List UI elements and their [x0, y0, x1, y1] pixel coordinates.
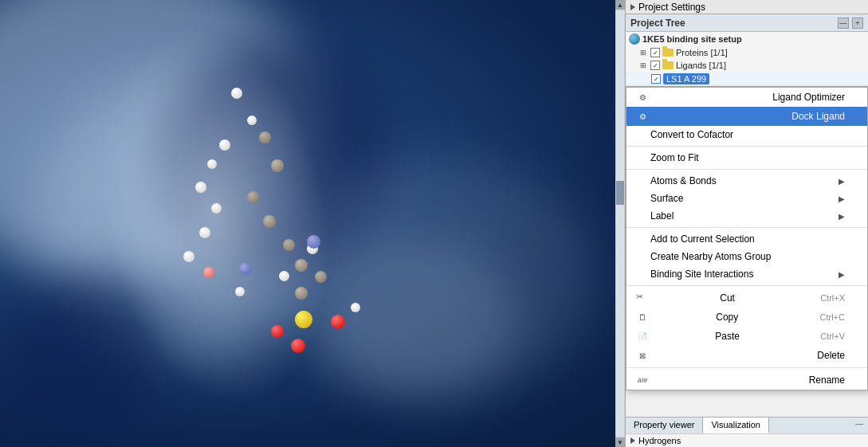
- proteins-expander[interactable]: ⊞: [638, 48, 648, 57]
- project-settings-label: Project Settings: [638, 2, 705, 13]
- root-item-label: 1KE5 binding site setup: [642, 34, 742, 44]
- scroll-thumb[interactable]: [616, 181, 624, 205]
- hydrogens-label: Hydrogens: [638, 436, 681, 445]
- copy-icon: 🗒: [636, 311, 649, 323]
- delete-label: Delete: [817, 350, 845, 361]
- label-label: Label: [636, 210, 674, 222]
- separator-2: [626, 169, 867, 170]
- tab-minimize-button[interactable]: —: [850, 418, 868, 433]
- ligands-label: Ligands [1/1]: [676, 61, 726, 70]
- proteins-checkbox[interactable]: ✓: [650, 48, 660, 57]
- delete-icon: ⊠: [636, 349, 649, 362]
- add-to-current-selection-item[interactable]: Add to Current Selection: [626, 230, 867, 248]
- surface-item[interactable]: Surface ▶: [626, 190, 867, 207]
- paste-label: Paste: [715, 331, 740, 342]
- ligands-expander[interactable]: ⊞: [638, 61, 648, 70]
- visualization-tab[interactable]: Visualization: [703, 418, 769, 433]
- copy-item[interactable]: 🗒 Copy Ctrl+C: [626, 308, 867, 327]
- hydrogens-bar: Hydrogens: [626, 433, 868, 447]
- paste-item[interactable]: 📄 Paste Ctrl+V: [626, 327, 867, 346]
- zoom-to-fit-label: Zoom to Fit: [636, 152, 699, 163]
- cut-item[interactable]: Cut Ctrl+X: [626, 288, 867, 308]
- cut-shortcut: Ctrl+X: [820, 293, 845, 303]
- label-item[interactable]: Label ▶: [626, 207, 867, 225]
- scroll-down-button[interactable]: ▼: [615, 437, 625, 447]
- hydrogens-triangle-icon: [630, 437, 635, 444]
- molecular-viewer: ▲ ▼: [0, 0, 625, 447]
- tree-header-controls: — +: [838, 18, 863, 29]
- rename-icon: aIe: [636, 374, 649, 386]
- surface-label: Surface: [636, 193, 683, 204]
- dock-ligand-label: Dock Ligand: [791, 111, 845, 122]
- tree-root-item[interactable]: 1KE5 binding site setup: [626, 32, 868, 46]
- ls1-item[interactable]: ✓ LS1 A 299: [626, 72, 868, 86]
- tab-spacer: [769, 418, 850, 433]
- project-tree-panel: Project Tree — + 1KE5 binding site setup…: [626, 14, 868, 87]
- binding-site-arrow: ▶: [839, 270, 845, 279]
- project-tree-header: Project Tree — +: [626, 14, 868, 32]
- ligands-folder-icon: [662, 61, 674, 69]
- paste-shortcut: Ctrl+V: [820, 331, 845, 341]
- proteins-label: Proteins [1/1]: [676, 48, 728, 57]
- create-nearby-atoms-group-label: Create Nearby Atoms Group: [636, 251, 771, 262]
- paste-icon: 📄: [636, 330, 649, 343]
- atoms-bonds-arrow: ▶: [839, 177, 845, 186]
- label-arrow: ▶: [839, 212, 845, 221]
- viewer-scrollbar[interactable]: ▲ ▼: [615, 0, 625, 447]
- separator-4: [626, 285, 867, 286]
- proteins-item[interactable]: ⊞ ✓ Proteins [1/1]: [626, 46, 868, 59]
- dock-ligand-icon: ⚙: [636, 110, 649, 123]
- copy-shortcut: Ctrl+C: [820, 312, 845, 322]
- proteins-folder-icon: [662, 49, 674, 57]
- create-nearby-atoms-group-item[interactable]: Create Nearby Atoms Group: [626, 248, 867, 265]
- panel-spacer: [626, 390, 868, 417]
- atoms-bonds-item[interactable]: Atoms & Bonds ▶: [626, 172, 867, 190]
- ligand-optimizer-item[interactable]: ⚙ Ligand Optimizer: [626, 88, 867, 107]
- ligand-optimizer-icon: ⚙: [636, 91, 649, 104]
- rename-label: Rename: [809, 374, 845, 386]
- ligand-optimizer-label: Ligand Optimizer: [772, 92, 845, 103]
- cut-label: Cut: [720, 292, 735, 304]
- right-panel: Project Settings Project Tree — + 1KE5 b…: [625, 0, 868, 447]
- scroll-up-button[interactable]: ▲: [615, 0, 625, 10]
- ligands-item[interactable]: ⊞ ✓ Ligands [1/1]: [626, 59, 868, 72]
- project-tree-title: Project Tree: [630, 18, 685, 29]
- expand-triangle-icon: [630, 4, 635, 10]
- context-menu: ⚙ Ligand Optimizer ⚙ Dock Ligand Convert…: [626, 87, 868, 390]
- separator-5: [626, 367, 867, 368]
- binding-site-interactions-label: Binding Site Interactions: [636, 269, 753, 280]
- binding-site-interactions-item[interactable]: Binding Site Interactions ▶: [626, 265, 867, 283]
- cut-icon: [636, 292, 647, 304]
- surface-arrow: ▶: [839, 194, 845, 203]
- scroll-track[interactable]: [616, 10, 624, 437]
- minimize-button[interactable]: —: [838, 18, 849, 29]
- ls1-label: LS1 A 299: [663, 73, 709, 84]
- add-to-current-selection-label: Add to Current Selection: [636, 233, 755, 245]
- separator-1: [626, 146, 867, 147]
- separator-3: [626, 227, 867, 228]
- expand-button[interactable]: +: [852, 18, 863, 29]
- convert-to-cofactor-item[interactable]: Convert to Cofactor: [626, 126, 867, 143]
- copy-label: Copy: [716, 312, 738, 323]
- property-viewer-tab[interactable]: Property viewer: [626, 418, 703, 433]
- dock-ligand-item[interactable]: ⚙ Dock Ligand: [626, 107, 867, 126]
- molecule-icon: [629, 33, 640, 45]
- bottom-tabs: Property viewer Visualization —: [626, 417, 868, 433]
- rename-item[interactable]: aIe Rename: [626, 371, 867, 390]
- project-settings-header: Project Settings: [626, 0, 868, 14]
- ls1-checkbox[interactable]: ✓: [651, 74, 661, 84]
- atoms-bonds-label: Atoms & Bonds: [636, 175, 717, 186]
- delete-item[interactable]: ⊠ Delete: [626, 346, 867, 365]
- zoom-to-fit-item[interactable]: Zoom to Fit: [626, 149, 867, 167]
- convert-to-cofactor-label: Convert to Cofactor: [636, 129, 733, 140]
- ligands-checkbox[interactable]: ✓: [650, 61, 660, 70]
